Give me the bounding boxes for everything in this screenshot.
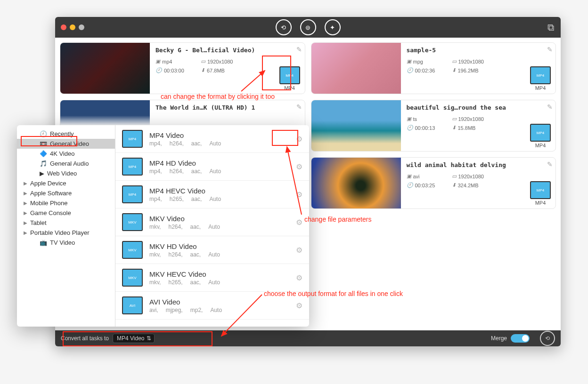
gear-icon[interactable]: ⚙ — [296, 162, 302, 171]
video-meta: ▣avi ▭1920x1080 🕘00:03:25 ⬇324.2MB — [407, 173, 550, 188]
video-card[interactable]: ✎ Becky G - Bel…ficial Video) ▣mp4 ▭1920… — [60, 42, 305, 94]
thumbnail — [311, 158, 401, 208]
editor-tab-icon[interactable]: ✦ — [325, 19, 341, 35]
format-row[interactable]: MKVMKV Videomkv,h264,aac,Auto⚙ — [115, 208, 309, 236]
gear-icon[interactable]: ⚙ — [296, 190, 302, 199]
format-list[interactable]: MP4MP4 Videomp4,h264,aac,Auto⚙ MP4MP4 HD… — [115, 125, 309, 327]
format-row[interactable]: MKVMKV HEVC Videomkv,h265,aac,Auto⚙ — [115, 264, 309, 292]
format-row[interactable]: MP4MP4 HD Videomp4,h264,aac,Auto⚙ — [115, 153, 309, 181]
sidebar-item-tv-video[interactable]: 📺 TV Video — [17, 238, 115, 248]
video-card[interactable]: ✎ wild animal habitat delving ▣avi ▭1920… — [311, 157, 556, 209]
gear-icon[interactable]: ⚙ — [296, 135, 302, 144]
sidebar-item-web-video[interactable]: ▶ Web Video — [17, 168, 115, 178]
video-title: beautiful sig…round the sea — [407, 104, 550, 111]
merge-label: Merge — [491, 335, 507, 342]
sidebar-item-mobile-phone[interactable]: ▶Mobile Phone — [17, 198, 115, 208]
bottom-bar: Convert all tasks to MP4 Video⇅ Merge ⟲ — [55, 330, 561, 346]
video-title: The World in…K (ULTRA HD) 1 — [155, 104, 299, 111]
sidebar-item-general-video[interactable]: 📼 General Video — [17, 139, 115, 149]
traffic-lights — [61, 24, 84, 30]
sidebar-item-general-audio[interactable]: 🎵 General Audio — [17, 159, 115, 168]
video-meta: ▣mpg ▭1920x1080 🕘00:02:36 ⬇196.2MB — [407, 58, 550, 73]
edit-icon[interactable]: ✎ — [547, 103, 553, 111]
sidebar-item-portable-video[interactable]: ▶Portable Video Player — [17, 228, 115, 238]
video-meta: ▣mp4 ▭1920x1080 🕘00:03:00 ⬇67.8MB — [155, 58, 299, 73]
gear-icon[interactable]: ⚙ — [296, 273, 302, 282]
video-meta: ▣ts ▭1920x1080 🕘00:00:13 ⬇15.8MB — [407, 116, 550, 131]
video-card[interactable]: ✎ sample-5 ▣mpg ▭1920x1080 🕘00:02:36 ⬇19… — [311, 42, 556, 94]
edit-icon[interactable]: ✎ — [547, 46, 553, 53]
format-category-sidebar: 🕘 Recently 📼 General Video 🔷 4K Video 🎵 … — [17, 125, 115, 327]
sidebar-item-4k-video[interactable]: 🔷 4K Video — [17, 149, 115, 159]
output-format-button[interactable]: MP4 MP4 — [279, 66, 300, 91]
gear-icon[interactable]: ⚙ — [296, 246, 302, 255]
video-title: wild animal habitat delving — [407, 161, 550, 168]
video-title: Becky G - Bel…ficial Video) — [155, 47, 299, 54]
thumbnail — [60, 43, 150, 94]
video-card[interactable]: ✎ beautiful sig…round the sea ▣ts ▭1920x… — [311, 100, 556, 152]
edit-icon[interactable]: ✎ — [296, 46, 302, 53]
format-row[interactable]: MKVMKV HD Videomkv,h264,aac,Auto⚙ — [115, 236, 309, 264]
sidebar-item-apple-software[interactable]: ▶Apple Software — [17, 188, 115, 198]
close-window-button[interactable] — [61, 24, 66, 30]
thumbnail — [311, 43, 401, 94]
sidebar-item-recently[interactable]: 🕘 Recently — [17, 129, 115, 139]
format-row[interactable]: AVIAVI Videoavi,mjpeg,mp2,Auto⚙ — [115, 292, 309, 320]
start-convert-button[interactable]: ⟲ — [540, 331, 555, 346]
format-row[interactable]: MP4MP4 Videomp4,h264,aac,Auto⚙ — [115, 125, 309, 153]
video-title: sample-5 — [407, 47, 550, 54]
convert-all-select[interactable]: MP4 Video⇅ — [113, 334, 154, 343]
sidebar-item-apple-device[interactable]: ▶Apple Device — [17, 178, 115, 188]
output-format-button[interactable]: MP4MP4 — [530, 181, 551, 206]
edit-icon[interactable]: ✎ — [547, 160, 553, 168]
format-row[interactable]: MP4MP4 HEVC Videomp4,h265,aac,Auto⚙ — [115, 181, 309, 208]
gear-icon[interactable]: ⚙ — [296, 218, 302, 227]
edit-icon[interactable]: ✎ — [296, 103, 302, 111]
titlebar: ⟲ ⊚ ✦ ⧉ — [55, 17, 561, 38]
format-icon: MP4 — [279, 66, 300, 84]
output-format-button[interactable]: MP4MP4 — [530, 124, 551, 148]
minimize-window-button[interactable] — [70, 24, 75, 30]
gear-icon[interactable]: ⚙ — [296, 301, 302, 310]
media-library-icon[interactable]: ⧉ — [547, 22, 554, 33]
merge-toggle[interactable] — [511, 334, 530, 343]
format-picker-popup: 🕘 Recently 📼 General Video 🔷 4K Video 🎵 … — [17, 125, 309, 327]
convert-all-label: Convert all tasks to — [61, 335, 109, 342]
thumbnail — [311, 100, 401, 151]
download-tab-icon[interactable]: ⊚ — [300, 19, 316, 35]
output-format-button[interactable]: MP4MP4 — [530, 66, 551, 91]
mode-tabs: ⟲ ⊚ ✦ — [276, 19, 341, 35]
zoom-window-button[interactable] — [79, 24, 84, 30]
sidebar-item-tablet[interactable]: ▶Tablet — [17, 218, 115, 228]
convert-tab-icon[interactable]: ⟲ — [276, 19, 292, 35]
sidebar-item-game-console[interactable]: ▶Game Console — [17, 208, 115, 218]
